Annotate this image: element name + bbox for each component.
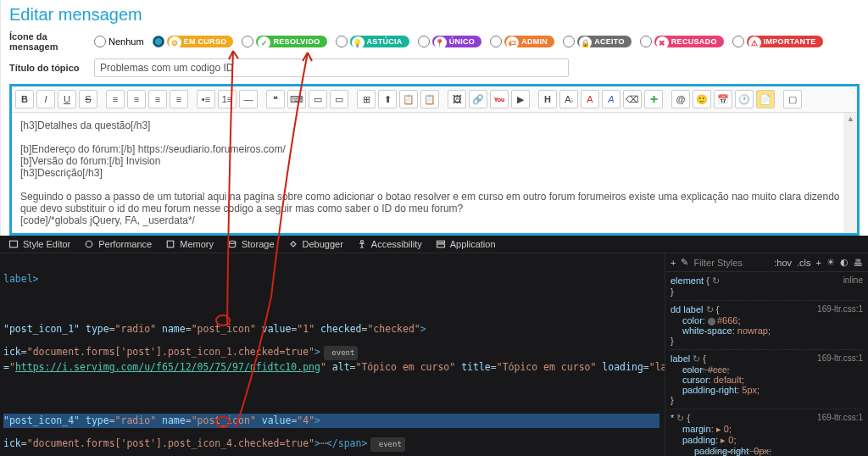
bold-button[interactable]: B — [15, 90, 34, 108]
italic-button[interactable]: I — [36, 90, 55, 108]
hr-button[interactable]: — — [239, 90, 258, 108]
devtools-styles-head: + ✎ Filter Styles :hov .cls + ☀ ◐ 🖶 — [665, 253, 868, 272]
badge-recusado: ✖RECUSADO — [654, 36, 724, 47]
icon-option-unico[interactable]: 📍ÚNICO — [418, 36, 482, 47]
print-icon[interactable]: 🖶 — [854, 258, 863, 268]
svg-point-4 — [360, 241, 363, 243]
editor-toolbar: B I U S ≡ ≡ ≡ ≡ •≡ 1≡ — ❝ ⌨ ▭ ▭ ⊞ ⬆ 📋 📋 … — [12, 86, 857, 113]
devtools-panel: Style Editor Performance Memory Storage … — [0, 236, 868, 456]
svg-point-1 — [86, 241, 93, 247]
icon-option-admin[interactable]: 🏷ADMIN — [490, 36, 554, 47]
tab-performance[interactable]: Performance — [84, 239, 152, 249]
tab-accessibility[interactable]: Accessibility — [357, 239, 422, 249]
badge-unico: 📍ÚNICO — [432, 36, 482, 47]
annotation-circle-4 — [215, 416, 231, 428]
spoiler-button[interactable]: ▭ — [309, 90, 327, 108]
badge-astucia: 💡ASTÚCIA — [350, 36, 409, 47]
heading-button[interactable]: H — [538, 90, 557, 108]
removeformat-button[interactable]: ⌫ — [623, 90, 642, 108]
icon-option-none[interactable]: Nenhum — [94, 36, 144, 47]
icon-option-recusado[interactable]: ✖RECUSADO — [640, 36, 724, 47]
svg-point-3 — [229, 241, 236, 243]
badge-admin: 🏷ADMIN — [504, 36, 554, 47]
message-icon-label: Ícone da mensagem — [9, 31, 94, 52]
topic-title-row: Título do tópico — [9, 58, 860, 77]
event-pill[interactable]: event — [324, 346, 359, 360]
host-button[interactable]: ⬆ — [378, 90, 397, 108]
table-button[interactable]: ⊞ — [357, 90, 376, 108]
video-button[interactable]: You — [490, 90, 509, 108]
tab-application[interactable]: Application — [436, 239, 496, 249]
rich-text-editor: B I U S ≡ ≡ ≡ ≡ •≡ 1≡ — ❝ ⌨ ▭ ▭ ⊞ ⬆ 📋 📋 … — [9, 84, 860, 236]
editor-textarea[interactable]: [h3]Detalhes da questão[/h3] [b]Endereço… — [12, 113, 857, 233]
svg-rect-2 — [167, 241, 174, 247]
devtools-style-rules[interactable]: element { ↻inline } dd label ↻ {169-ltr.… — [665, 272, 868, 456]
time-button[interactable]: 🕐 — [735, 90, 754, 108]
list-bullet-button[interactable]: •≡ — [197, 90, 215, 108]
sticky-button[interactable]: 📄 — [756, 90, 775, 108]
editor-scrollbar[interactable] — [843, 113, 857, 233]
icon-option-emcurso[interactable]: ⚙EM CURSO — [153, 36, 234, 47]
fontcolor-button[interactable]: A — [581, 90, 599, 108]
icon-option-none-label: Nenhum — [108, 36, 144, 47]
list-number-button[interactable]: 1≡ — [218, 90, 236, 108]
strike-button[interactable]: S — [79, 90, 97, 108]
underline-button[interactable]: U — [58, 90, 76, 108]
quote-button[interactable]: ❝ — [266, 90, 285, 108]
fontsize-button[interactable]: Aᵢ — [559, 90, 578, 108]
hidden-button[interactable]: ▭ — [330, 90, 348, 108]
align-right-button[interactable]: ≡ — [148, 90, 167, 108]
badge-resolvido: ✓RESOLVIDO — [256, 36, 326, 47]
svg-rect-5 — [437, 241, 444, 242]
annotation-circle-1 — [215, 314, 231, 326]
image-button[interactable]: 🖼 — [448, 90, 466, 108]
date-button[interactable]: 📅 — [714, 90, 732, 108]
tab-debugger[interactable]: Debugger — [288, 239, 343, 249]
flash-button[interactable]: ▶ — [511, 90, 530, 108]
new-rule-icon[interactable]: + — [670, 258, 676, 268]
panel-title: Editar mensagem — [9, 5, 860, 25]
icon-option-importante[interactable]: ⚠IMPORTANTE — [732, 36, 823, 47]
mention-button[interactable]: @ — [671, 90, 690, 108]
lock-icon: 🔒 — [579, 36, 592, 49]
highlight-icon[interactable]: ✎ — [681, 257, 688, 268]
badge-emcurso: ⚙EM CURSO — [167, 36, 234, 47]
source-button[interactable]: ▢ — [783, 90, 802, 108]
light-icon[interactable]: ☀ — [826, 257, 835, 268]
check-icon: ✓ — [258, 36, 270, 49]
devtools-styles-panel: + ✎ Filter Styles :hov .cls + ☀ ◐ 🖶 elem… — [665, 253, 868, 456]
filter-styles-input[interactable]: Filter Styles — [693, 258, 742, 268]
link-button[interactable]: 🔗 — [469, 90, 487, 108]
message-icon-options: Nenhum ⚙EM CURSO ✓RESOLVIDO 💡ASTÚCIA 📍ÚN… — [94, 36, 823, 47]
new-style-icon[interactable]: + — [816, 258, 821, 268]
hov-toggle[interactable]: :hov — [774, 258, 792, 268]
align-justify-button[interactable]: ≡ — [170, 90, 188, 108]
tab-memory[interactable]: Memory — [165, 239, 214, 249]
x-icon: ✖ — [656, 36, 669, 49]
tag-icon: 🏷 — [506, 36, 519, 49]
tab-style-editor[interactable]: Style Editor — [8, 239, 70, 249]
icon-option-astucia[interactable]: 💡ASTÚCIA — [336, 36, 409, 47]
fontfamily-button[interactable]: A — [602, 90, 620, 108]
icon-option-aceito[interactable]: 🔒ACEITO — [563, 36, 632, 47]
icon-option-resolvido[interactable]: ✓RESOLVIDO — [242, 36, 326, 47]
forum-editor-panel: Editar mensagem Ícone da mensagem Nenhum… — [0, 0, 868, 236]
badge-aceito: 🔒ACEITO — [577, 36, 632, 47]
more-button[interactable]: ✚ — [644, 90, 663, 108]
align-left-button[interactable]: ≡ — [106, 90, 125, 108]
emoji-button[interactable]: 🙂 — [693, 90, 711, 108]
dark-icon[interactable]: ◐ — [840, 257, 849, 268]
paste-button[interactable]: 📋 — [399, 90, 418, 108]
tab-storage[interactable]: Storage — [227, 239, 275, 249]
devtools-source[interactable]: label> "post_icon_1" type="radio" name="… — [0, 253, 665, 455]
paste2-button[interactable]: 📋 — [420, 90, 439, 108]
code-button[interactable]: ⌨ — [287, 90, 306, 108]
align-center-button[interactable]: ≡ — [127, 90, 146, 108]
warn-icon: ⚠ — [748, 36, 761, 49]
topic-title-input[interactable] — [94, 58, 569, 77]
pin-icon: 📍 — [434, 36, 447, 49]
event-pill[interactable]: event — [370, 437, 405, 452]
cls-toggle[interactable]: .cls — [797, 258, 811, 268]
topic-title-label: Título do tópico — [9, 63, 94, 73]
bulb-icon: 💡 — [352, 36, 364, 49]
